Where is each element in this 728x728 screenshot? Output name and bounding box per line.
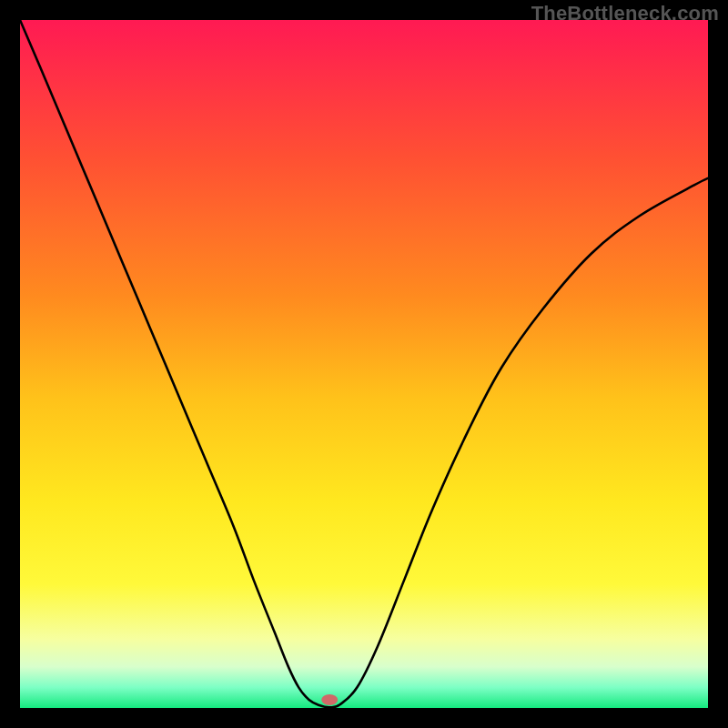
plot-area bbox=[20, 20, 708, 708]
watermark-text: TheBottleneck.com bbox=[531, 2, 719, 25]
gradient-background bbox=[20, 20, 708, 708]
chart-frame: TheBottleneck.com bbox=[0, 0, 728, 728]
chart-svg bbox=[20, 20, 708, 708]
optimal-marker bbox=[321, 694, 338, 705]
